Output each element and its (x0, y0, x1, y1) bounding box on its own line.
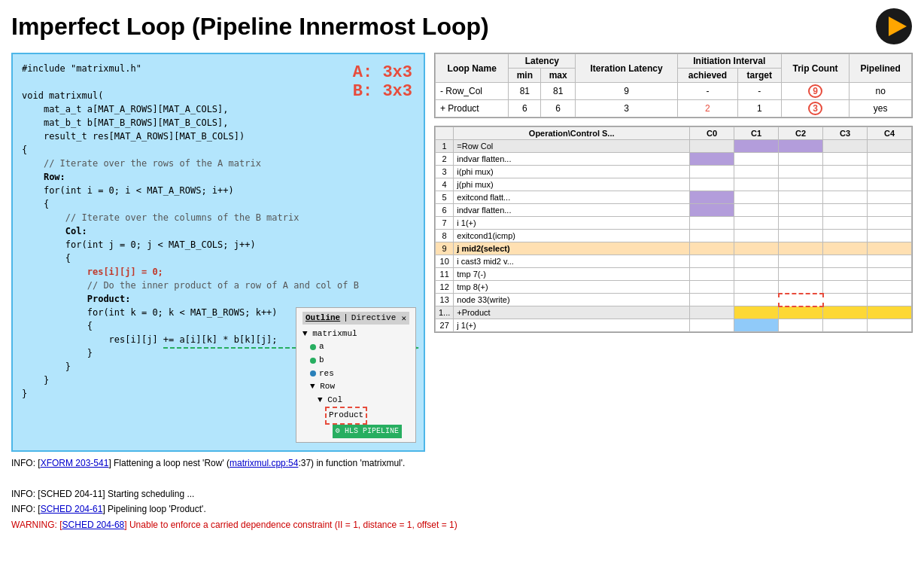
cell-c3 (823, 140, 868, 153)
lat-min-product: 6 (509, 100, 541, 117)
table-row: 4 j(phi mux) (436, 178, 912, 191)
outline-item-res: res (302, 367, 409, 381)
ii-ach-row-col: - (677, 83, 737, 100)
row-num: 27 (436, 319, 454, 332)
link-xform[interactable]: XFORM 203-541 (41, 458, 109, 468)
outline-tab[interactable]: Outline (305, 313, 340, 323)
cell-c2 (779, 319, 823, 332)
cell-c4 (867, 281, 911, 294)
cell-c2 (779, 306, 823, 319)
cell-c1 (734, 281, 779, 294)
cell-c4 (867, 178, 911, 191)
cell-c4 (867, 255, 911, 268)
cell-c3 (823, 319, 868, 332)
sch-col-c3: C3 (823, 127, 868, 140)
right-panel: Loop Name Latency Iteration Latency Init… (434, 53, 913, 452)
cell-c1 (734, 230, 779, 242)
log-line-2: INFO: [SCHED 204-11] Starting scheduling… (11, 486, 913, 501)
cell-c4 (867, 306, 911, 319)
dot-b (310, 358, 316, 364)
cell-c1 (734, 140, 779, 153)
log-line-4: WARNING: [SCHED 204-68] Unable to enforc… (11, 517, 913, 532)
cell-c4 (867, 204, 911, 217)
cell-c2 (779, 255, 823, 268)
cell-c1 (734, 242, 779, 255)
outline-item-row: ▼ Row (302, 380, 409, 394)
cell-c4 (867, 294, 911, 306)
table-row: + Product 6 6 3 2 1 3 yes (436, 100, 912, 117)
col-lat-max: max (541, 69, 576, 83)
cell-c2 (779, 166, 823, 178)
link-matrixmul[interactable]: matrixmul.cpp:54 (229, 458, 298, 468)
row-op: j(phi mux) (454, 178, 690, 191)
schedule-table: Operation\Control S... C0 C1 C2 C3 C4 1 … (435, 127, 912, 332)
cell-c0 (690, 230, 734, 242)
col-ii: Initiation Interval (677, 54, 781, 69)
row-op: +Product (454, 306, 690, 319)
cell-c3 (823, 178, 868, 191)
outline-close[interactable]: ✕ (401, 313, 406, 323)
col-pipelined: Pipelined (850, 54, 912, 83)
cell-c3 (823, 153, 868, 166)
row-num: 10 (436, 255, 454, 268)
trip-product: 3 (781, 100, 850, 117)
link-sched-68[interactable]: SCHED 204-68 (62, 520, 125, 530)
cell-c2 (779, 294, 823, 306)
outline-tree: ▼ matrixmul a b res ▼ Row (302, 328, 409, 438)
cell-c4 (867, 230, 911, 242)
table-row: 6 indvar flatten... (436, 204, 912, 217)
cell-c0 (690, 178, 734, 191)
ii-tgt-row-col: - (737, 83, 781, 100)
cell-c0 (690, 255, 734, 268)
table-row: 7 i 1(+) (436, 217, 912, 230)
row-num: 11 (436, 268, 454, 281)
cell-c1 (734, 178, 779, 191)
cell-c0 (690, 217, 734, 230)
dot-a (310, 344, 316, 350)
cell-c1 (734, 319, 779, 332)
cell-c2 (779, 191, 823, 204)
cell-c1 (734, 204, 779, 217)
row-op: =Row Col (454, 140, 690, 153)
dot-res (310, 370, 316, 376)
row-num: 4 (436, 178, 454, 191)
row-num: 9 (436, 242, 454, 255)
sch-col-c0: C0 (690, 127, 734, 140)
cell-c3 (823, 217, 868, 230)
table-row: 3 i(phi mux) (436, 166, 912, 178)
cell-c0 (690, 281, 734, 294)
row-op: indvar flatten... (454, 153, 690, 166)
row-op: tmp 8(+) (454, 281, 690, 294)
table-row: 11 tmp 7(-) (436, 268, 912, 281)
cell-c0 (690, 319, 734, 332)
cell-c2 (779, 140, 823, 153)
cell-c0 (690, 153, 734, 166)
cell-c3 (823, 204, 868, 217)
analysis-table: Loop Name Latency Iteration Latency Init… (435, 53, 912, 117)
cell-c2 (779, 178, 823, 191)
table-row: 1 =Row Col (436, 140, 912, 153)
cell-c3 (823, 242, 868, 255)
table-row: 1... +Product (436, 306, 912, 319)
cell-c0 (690, 166, 734, 178)
table-row: 27 j 1(+) (436, 319, 912, 332)
cell-c1 (734, 255, 779, 268)
matrix-a-label: A: 3x3 (353, 63, 412, 82)
cell-c4 (867, 217, 911, 230)
cell-c0 (690, 204, 734, 217)
outline-title-bar: Outline | Directive ✕ (302, 312, 409, 325)
table-row: 9 j mid2(select) (436, 242, 912, 255)
directive-tab[interactable]: Directive (351, 313, 396, 323)
row-num: 1... (436, 306, 454, 319)
outline-popup: Outline | Directive ✕ ▼ matrixmul a (296, 307, 416, 443)
table-row: 10 i cast3 mid2 v... (436, 255, 912, 268)
link-sched-61[interactable]: SCHED 204-61 (41, 504, 103, 514)
outline-item-b: b (302, 354, 409, 367)
cell-c2 (779, 204, 823, 217)
log-line-3: INFO: [SCHED 204-61] Pipelining loop 'Pr… (11, 501, 913, 517)
analysis-table-container: Loop Name Latency Iteration Latency Init… (434, 53, 913, 118)
row-num: 7 (436, 217, 454, 230)
cell-c3 (823, 268, 868, 281)
code-panel: A: 3x3 B: 3x3 #include "matrixmul.h" voi… (11, 53, 425, 452)
info-log: INFO: [XFORM 203-541] Flattening a loop … (11, 456, 913, 532)
